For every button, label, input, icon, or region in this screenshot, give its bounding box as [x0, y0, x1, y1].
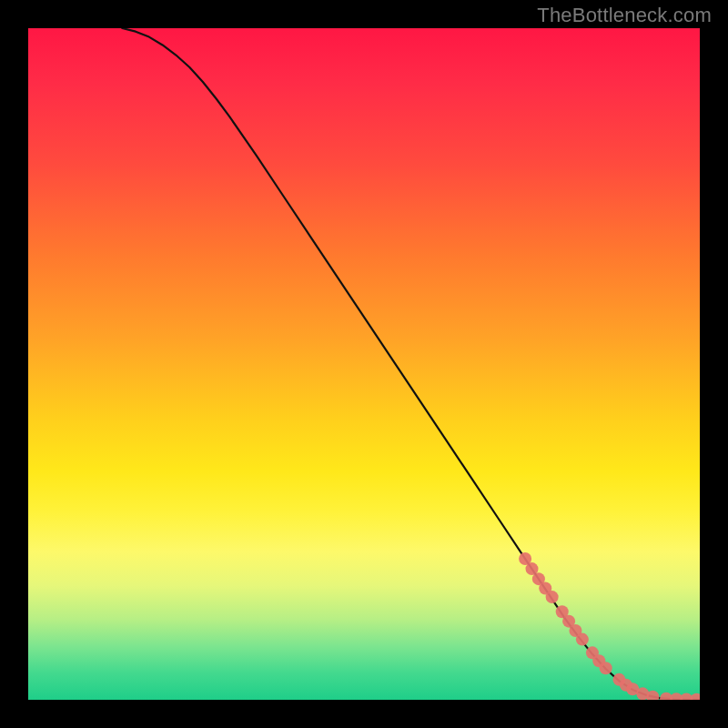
- plot-gradient-background: [28, 28, 700, 700]
- chart-frame: TheBottleneck.com: [0, 0, 728, 728]
- watermark-text: TheBottleneck.com: [537, 4, 712, 27]
